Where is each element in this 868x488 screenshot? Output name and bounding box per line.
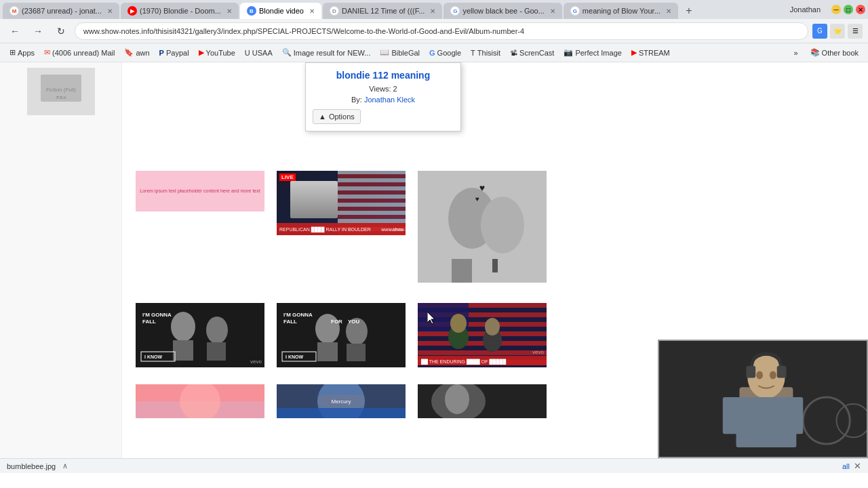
bookmark-google-label: Google (437, 49, 461, 57)
tab-blondie[interactable]: B Blondie video ✕ (240, 3, 321, 19)
svg-rect-9 (452, 259, 472, 283)
tab-close-yellowbee[interactable]: ✕ (550, 7, 555, 15)
tab-favicon-daniel: D (330, 6, 339, 16)
tab-label-gmail: (23687 unread) - jonat... (22, 7, 102, 15)
tab-close-blondie[interactable]: ✕ (309, 7, 315, 15)
bookmark-youtube[interactable]: ▶ YouTube (195, 47, 239, 58)
close-button[interactable]: ✕ (856, 5, 865, 14)
tab-favicon-yellowbee: G (450, 6, 460, 16)
tab-meaning[interactable]: G meaning of Blow Your... ✕ (564, 3, 678, 19)
download-expand-button[interactable]: ∧ (62, 462, 68, 470)
video-overlay[interactable] (658, 340, 868, 458)
svg-text:I'M GONNA: I'M GONNA (142, 312, 172, 318)
pink-text-content: Lorem ipsum text placeholder content her… (137, 185, 262, 197)
tab-close-youtube[interactable]: ✕ (226, 7, 232, 15)
svg-text:אמת: אמת (56, 95, 66, 100)
options-label: Options (329, 113, 355, 121)
bookmark-biblegal-label: BibleGal (391, 49, 420, 57)
bottom-image-2[interactable]: Mercury (277, 384, 406, 418)
bookmark-screencast[interactable]: 📽 ScrenCast (506, 47, 558, 58)
tab-close-daniel[interactable]: ✕ (430, 7, 435, 15)
bookmark-biblegal[interactable]: 📖 BibleGal (376, 47, 424, 58)
svg-point-13 (206, 317, 228, 344)
svg-text:YOU: YOU (348, 319, 360, 325)
bookmark-mail-label: (4006 unread) Mail (52, 49, 115, 57)
tab-close-gmail[interactable]: ✕ (107, 7, 113, 15)
extension-icon-2[interactable]: ⭐ (830, 24, 845, 39)
tab-label-yellowbee: yellow black bee - Goo... (462, 7, 544, 15)
gonna-fall-2-image[interactable]: I'M GONNA FALL FOR YOU I KNOW (277, 303, 406, 367)
reload-button[interactable]: ↻ (52, 22, 71, 41)
blondie-live-image[interactable]: LIVE REPUBLICAN ████ RALLY IN BOULDER ww… (277, 171, 406, 235)
bookmark-paypal-icon: P (159, 49, 164, 57)
url-text: www.show-notes.info/thisisit4321/gallery… (83, 27, 524, 35)
svg-rect-69 (787, 397, 804, 434)
bottom-image-3[interactable] (418, 384, 547, 418)
tab-daniel[interactable]: D DANIEL 12 Time of (((F... ✕ (323, 3, 442, 19)
bookmark-stream[interactable]: ▶ STREAM (627, 47, 674, 58)
bookmark-google[interactable]: G Google (425, 47, 465, 58)
tab-gmail[interactable]: M (23687 unread) - jonat... ✕ (3, 3, 119, 19)
back-button[interactable]: ← (5, 22, 24, 41)
svg-rect-53 (277, 408, 406, 418)
bookmark-mail[interactable]: ✉ (4006 unread) Mail (40, 47, 119, 58)
couple-image[interactable]: ♥ ♥ (418, 171, 547, 283)
bookmark-mail-icon: ✉ (44, 48, 50, 57)
bookmark-apps[interactable]: ⊞ Apps (5, 47, 39, 58)
minimize-button[interactable]: ─ (831, 5, 841, 14)
bookmark-perfect-image[interactable]: 📷 Perfect Image (559, 47, 625, 58)
svg-point-65 (756, 371, 763, 380)
tab-youtube[interactable]: ▶ (1970) Blondie - Doom... ✕ (121, 3, 239, 19)
download-all-label[interactable]: all (842, 462, 850, 470)
bookmark-youtube-label: YouTube (206, 49, 235, 57)
pink-text-image[interactable]: Lorem ipsum text placeholder content her… (136, 171, 264, 211)
bookmarks-overflow[interactable]: » (789, 47, 802, 58)
svg-text:I KNOW: I KNOW (285, 354, 303, 359)
bookmark-other-book[interactable]: 📚 Other book (806, 47, 863, 58)
svg-point-41 (450, 314, 467, 333)
svg-text:Fiction (Full): Fiction (Full) (45, 87, 75, 93)
page-area: Fiction (Full) אמת blondie 112 meaning V… (0, 62, 868, 458)
svg-text:I'M GONNA: I'M GONNA (283, 312, 313, 318)
gonna-fall-1-image[interactable]: I'M GONNA FALL I KNOW vevo (136, 303, 264, 367)
bookmark-other-book-icon: 📚 (810, 48, 820, 57)
svg-point-56 (445, 384, 469, 414)
bookmark-awn-icon: 🔖 (124, 48, 134, 57)
extension-icon-1[interactable]: G (812, 24, 827, 39)
tab-favicon-gmail: M (9, 6, 19, 16)
tab-close-meaning[interactable]: ✕ (666, 7, 671, 15)
options-arrow-icon: ▲ (319, 113, 326, 121)
svg-rect-35 (418, 331, 547, 336)
bookmark-thisisit-label: Thisisit (477, 49, 500, 57)
bookmark-apps-icon: ⊞ (9, 48, 16, 57)
tabs-container: M (23687 unread) - jonat... ✕ ▶ (1970) B… (3, 0, 790, 19)
address-extras: G ⭐ ☰ (812, 24, 863, 39)
new-tab-button[interactable]: + (679, 3, 698, 19)
popup-options-button[interactable]: ▲ Options (313, 109, 361, 124)
download-bar: bumblebee.jpg ∧ all ✕ (0, 458, 868, 473)
bookmark-thisisit[interactable]: T Thisisit (467, 47, 505, 58)
tab-favicon-youtube: ▶ (127, 6, 137, 16)
maximize-button[interactable]: □ (844, 5, 853, 14)
bookmark-image-result-label: Image result for NEW... (294, 49, 371, 57)
popup-title: blondie 112 meaning (313, 70, 454, 81)
download-close-button[interactable]: ✕ (854, 461, 861, 471)
forward-button[interactable]: → (28, 22, 47, 41)
bookmark-image-result[interactable]: 🔍 Image result for NEW... (278, 47, 375, 58)
bookmark-youtube-icon: ▶ (199, 48, 204, 57)
url-bar[interactable]: www.show-notes.info/thisisit4321/gallery… (75, 22, 808, 40)
bookmark-usaa[interactable]: U USAA (241, 47, 277, 58)
tab-yellowbee[interactable]: G yellow black bee - Goo... ✕ (443, 3, 561, 19)
flag-people-image[interactable]: ██ THE ENDURING ████ OF █████ vevo (418, 303, 547, 367)
image-row-1: Lorem ipsum text placeholder content her… (136, 171, 854, 283)
bookmark-apps-label: Apps (18, 49, 35, 57)
download-filename: bumblebee.jpg (7, 462, 56, 470)
bookmark-stream-label: STREAM (639, 49, 670, 57)
bottom-image-1[interactable] (136, 384, 264, 418)
address-bar: ← → ↻ www.show-notes.info/thisisit4321/g… (0, 19, 868, 43)
svg-rect-10 (492, 259, 498, 272)
sidebar-thumbnail[interactable]: Fiction (Full) אמת (27, 68, 95, 115)
bookmark-paypal[interactable]: P Paypal (155, 47, 193, 58)
bookmark-awn[interactable]: 🔖 awn (120, 47, 153, 58)
extension-icon-3[interactable]: ☰ (848, 24, 863, 39)
